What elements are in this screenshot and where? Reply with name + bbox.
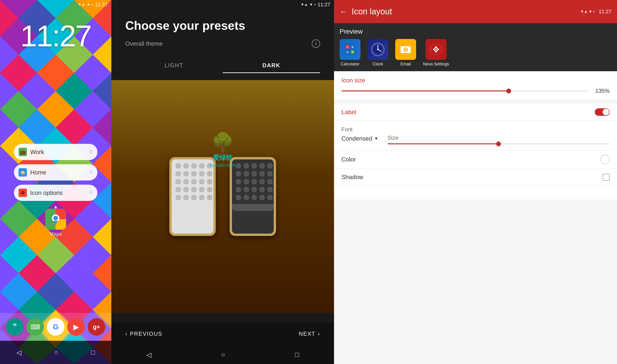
work-folder-label: Work <box>30 148 86 156</box>
svg-rect-84 <box>435 51 437 52</box>
tab-light[interactable]: LIGHT <box>125 58 223 73</box>
status-time: 11:27 <box>95 2 108 8</box>
dot <box>175 171 181 177</box>
presets-back-button[interactable]: ◁ <box>146 351 152 359</box>
dot <box>191 171 197 177</box>
svg-point-82 <box>435 49 437 50</box>
svg-text:+: + <box>347 50 348 54</box>
preview-label: Preview <box>340 28 611 35</box>
dot <box>207 163 212 169</box>
presets-status-icons: ▼▲ ▼ ▪ <box>301 2 316 7</box>
shadow-section: Shadow <box>334 169 617 186</box>
info-button[interactable]: i <box>312 39 320 48</box>
size-slider-track[interactable] <box>388 143 610 144</box>
folder-home[interactable]: 🏠 Home ⠿ <box>14 164 97 181</box>
presets-wifi-icon: ▼ <box>309 2 313 7</box>
dot <box>175 179 181 184</box>
work-drag-handle: ⠿ <box>89 149 93 155</box>
presets-recents-button[interactable]: □ <box>295 351 299 358</box>
prev-chevron-icon: ‹ <box>125 331 128 337</box>
label-section: Label <box>334 104 617 121</box>
svg-text:=: = <box>352 50 353 54</box>
dot <box>251 163 257 169</box>
dot <box>244 171 249 177</box>
phone-dark-bottom <box>232 204 274 211</box>
dot <box>236 163 241 169</box>
wifi-icon: ▼ <box>87 2 90 7</box>
shadow-checkbox[interactable] <box>603 174 610 181</box>
svg-rect-85 <box>433 49 435 50</box>
presets-signal-icon: ▼▲ <box>301 2 308 7</box>
next-button[interactable]: NEXT › <box>299 331 320 337</box>
settings-scroll[interactable]: Icon size 135% Label Font <box>334 71 617 364</box>
dot <box>183 171 189 177</box>
dot <box>236 187 241 192</box>
youtube-icon[interactable]: ▶ <box>67 318 85 336</box>
google-icon[interactable]: G <box>47 318 64 336</box>
work-folder-icon: 💼 <box>19 148 27 156</box>
dot <box>175 195 181 200</box>
dot <box>183 179 189 184</box>
dot <box>236 171 241 177</box>
svg-rect-86 <box>438 49 439 50</box>
header-status-icons: ▼▲ ▼ ▪ <box>580 10 594 14</box>
phone-dark-mockup <box>230 157 276 236</box>
icon-size-slider-track[interactable] <box>341 91 587 91</box>
dot <box>199 187 205 192</box>
preview-calculator: − × + = Calculator <box>340 39 360 66</box>
dot <box>251 187 257 192</box>
phone-light-mockup <box>169 157 216 236</box>
header-status: ▼▲ ▼ ▪ 11:27 <box>580 9 611 15</box>
dot <box>244 179 249 184</box>
dot <box>207 187 212 192</box>
email-label: Email <box>400 62 411 66</box>
battery-icon: ▪ <box>92 2 93 7</box>
icon-options-drag-handle: ⠿ <box>89 190 93 195</box>
size-label: Size <box>388 135 610 141</box>
google-plus-icon[interactable]: g+ <box>88 318 105 336</box>
folder-work[interactable]: 💼 Work ⠿ <box>14 144 97 160</box>
dot <box>259 179 265 184</box>
overall-theme-label: Overall theme i <box>125 39 320 48</box>
folder-icon-options[interactable]: ⚙ Icon options ⠿ <box>14 185 97 201</box>
keyboard-icon[interactable]: ⌨ <box>26 318 44 336</box>
home-button[interactable]: ○ <box>54 349 58 356</box>
dot <box>244 187 249 192</box>
icon-size-slider-thumb[interactable] <box>506 89 511 93</box>
recents-button[interactable]: □ <box>91 349 95 356</box>
dot <box>259 195 265 200</box>
dot <box>207 179 212 184</box>
nova-settings-app-icon <box>426 39 447 60</box>
navigation-bar: ◁ ○ □ <box>0 341 111 364</box>
dot <box>244 195 249 200</box>
svg-text:×: × <box>352 45 353 49</box>
presets-home-button[interactable]: ○ <box>221 351 225 358</box>
font-select[interactable]: Condensed ▼ <box>341 135 378 142</box>
phone-dark-screen <box>232 159 274 234</box>
dot <box>236 195 241 200</box>
dot <box>199 195 205 200</box>
back-button[interactable]: ← <box>340 7 347 16</box>
header-wifi-icon: ▼ <box>589 10 592 14</box>
presets-status-bar: ▼▲ ▼ ▪ 11:27 <box>111 0 334 9</box>
label-toggle[interactable] <box>595 108 610 116</box>
folders-container: 💼 Work ⠿ 🏠 Home ⠿ ⚙ Icon options ⠿ <box>14 144 97 201</box>
maps-app[interactable]: Maps <box>45 209 66 237</box>
calculator-label: Calculator <box>341 62 359 66</box>
presets-status-time: 11:27 <box>318 2 330 8</box>
back-button[interactable]: ◁ <box>16 349 22 356</box>
phone-light-screen <box>172 159 213 234</box>
previous-button[interactable]: ‹ PREVIOUS <box>125 331 162 337</box>
tab-dark[interactable]: DARK <box>223 58 320 73</box>
color-picker-circle[interactable] <box>600 155 610 164</box>
page-title: Icon layout <box>352 7 576 16</box>
size-slider-thumb[interactable] <box>496 142 501 146</box>
header-time: 11:27 <box>599 9 611 15</box>
font-label: Font <box>341 126 378 133</box>
clock-app-icon <box>367 39 388 60</box>
presets-title: Choose your presets <box>125 19 320 32</box>
hangouts-icon[interactable]: " <box>6 318 24 336</box>
dot <box>259 171 265 177</box>
dot <box>267 187 273 192</box>
dot <box>259 187 265 192</box>
